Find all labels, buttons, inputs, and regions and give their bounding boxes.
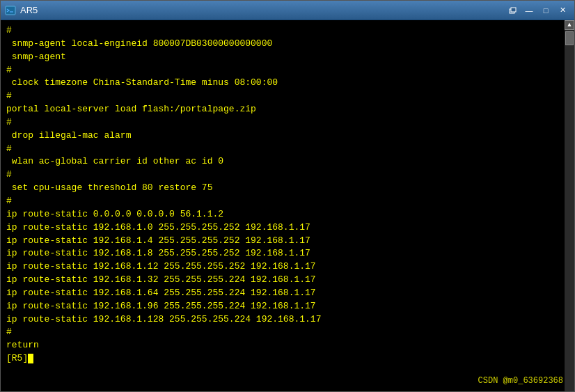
terminal-line: ip route-static 192.168.1.0 255.255.255.… (6, 221, 559, 235)
terminal-line: clock timezone China-Standard-Time minus… (6, 77, 559, 90)
terminal-line: ip route-static 192.168.1.32 255.255.255… (6, 274, 559, 287)
terminal-line: # (6, 64, 559, 77)
terminal-prompt: [R5] (6, 352, 559, 366)
terminal-line: ip route-static 192.168.1.12 255.255.255… (6, 260, 559, 274)
restore-button[interactable] (505, 4, 520, 17)
terminal-line: # (6, 195, 559, 208)
terminal-line: ip route-static 192.168.1.8 255.255.255.… (6, 247, 559, 260)
terminal-line: portal local-server load flash:/portalpa… (6, 103, 559, 116)
terminal-line: wlan ac-global carrier id other ac id 0 (6, 155, 559, 168)
terminal-output[interactable]: # snmp-agent local-engineid 800007DB0300… (1, 20, 565, 391)
terminal-line: set cpu-usage threshold 80 restore 75 (6, 182, 559, 195)
terminal-line: snmp-agent local-engineid 800007DB030000… (6, 38, 559, 51)
svg-rect-3 (511, 8, 516, 12)
terminal-line: return (6, 339, 559, 352)
titlebar-left: AR5 (5, 5, 38, 16)
terminal-line: ip route-static 192.168.1.64 255.255.255… (6, 287, 559, 300)
terminal-line: snmp-agent (6, 51, 559, 64)
close-button[interactable]: ✕ (555, 4, 570, 17)
terminal-line: # (6, 326, 559, 339)
terminal-container: # snmp-agent local-engineid 800007DB0300… (1, 20, 574, 391)
scrollbar-thumb[interactable] (565, 31, 574, 45)
titlebar-controls: — □ ✕ (505, 4, 570, 17)
maximize-button[interactable]: □ (538, 4, 553, 17)
terminal-line: ip route-static 192.168.1.4 255.255.255.… (6, 235, 559, 248)
cursor (28, 354, 33, 363)
terminal-line: # (6, 168, 559, 182)
svg-rect-0 (6, 6, 15, 15)
window-title: AR5 (20, 5, 38, 15)
terminal-line: # (6, 90, 559, 103)
terminal-line: drop illegal-mac alarm (6, 130, 559, 143)
terminal-line: # (6, 116, 559, 130)
terminal-line: # (6, 24, 559, 38)
terminal-line: # (6, 143, 559, 156)
scrollbar[interactable]: ▲ (565, 20, 574, 391)
titlebar: AR5 — □ ✕ (1, 1, 574, 20)
terminal-icon (5, 5, 16, 16)
terminal-line: ip route-static 192.168.1.128 255.255.25… (6, 313, 559, 327)
terminal-line: ip route-static 0.0.0.0 0.0.0.0 56.1.1.2 (6, 208, 559, 221)
minimize-button[interactable]: — (521, 4, 537, 17)
scroll-up-button[interactable]: ▲ (565, 20, 574, 30)
terminal-window: AR5 — □ ✕ # snmp-agent local-engineid 8 (0, 0, 575, 392)
terminal-line: ip route-static 192.168.1.96 255.255.255… (6, 300, 559, 313)
watermark: CSDN @m0_63692368 (478, 376, 563, 386)
